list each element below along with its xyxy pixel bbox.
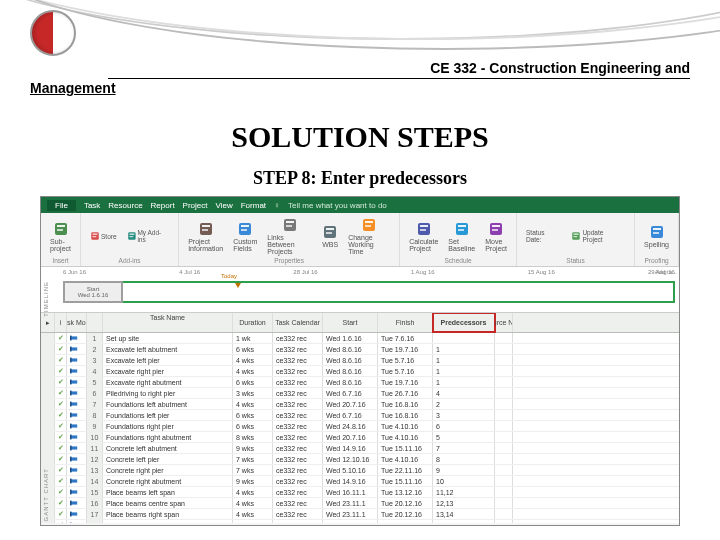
table-row[interactable]: ✔1Set up site1 wkce332 recWed 1.6.16Tue … (41, 333, 679, 344)
cell-finish[interactable]: Tue 20.12.16 (378, 509, 433, 519)
row-handle[interactable] (41, 410, 55, 420)
col-predecessors[interactable]: Predecessors (433, 313, 495, 332)
row-handle[interactable] (41, 344, 55, 354)
custom-fields-button[interactable]: CustomFields (230, 220, 260, 253)
cell-calendar[interactable]: ce332 rec (273, 443, 323, 453)
cell-duration[interactable]: 4 wks (233, 498, 273, 508)
cell-start[interactable]: Wed 8.6.16 (323, 366, 378, 376)
cell-finish[interactable]: Tue 5.7.16 (378, 366, 433, 376)
cell-predecessors[interactable]: 6 (433, 421, 495, 431)
cell-predecessors[interactable]: 8 (433, 454, 495, 464)
cell-duration[interactable]: 4 wks (233, 366, 273, 376)
task-mode-icon[interactable] (67, 432, 87, 442)
cell-finish[interactable]: Tue 20.12.16 (378, 498, 433, 508)
task-mode-icon[interactable] (67, 443, 87, 453)
row-handle[interactable] (41, 443, 55, 453)
cell-start[interactable]: Wed 1.6.16 (323, 333, 378, 343)
task-mode-icon[interactable] (67, 355, 87, 365)
cell-duration[interactable]: 3 wks (233, 388, 273, 398)
cell-finish[interactable]: Tue 4.10.16 (378, 421, 433, 431)
col-task-calendar[interactable]: Task Calendar (273, 313, 323, 332)
cell-resource[interactable] (495, 388, 513, 398)
cell-task-name[interactable]: Set up site (103, 333, 233, 343)
cell-task-name[interactable]: Excavate left abutment (103, 344, 233, 354)
cell-resource[interactable] (495, 465, 513, 475)
table-row[interactable]: ✔5Excavate right abutment6 wksce332 recW… (41, 377, 679, 388)
cell-start[interactable]: Wed 24.8.16 (323, 421, 378, 431)
cell-task-name[interactable]: Place beams centre span (103, 498, 233, 508)
cell-resource[interactable] (495, 344, 513, 354)
cell-predecessors[interactable]: 13,14 (433, 509, 495, 519)
task-mode-icon[interactable] (67, 410, 87, 420)
cell-predecessors[interactable]: 15,16,17 (433, 520, 495, 523)
cell-task-name[interactable]: Excavate left pier (103, 355, 233, 365)
table-row[interactable]: ✔11Concrete left abutment9 wksce332 recW… (41, 443, 679, 454)
cell-start[interactable]: Wed 5.10.16 (323, 465, 378, 475)
cell-calendar[interactable]: ce332 rec (273, 399, 323, 409)
cell-duration[interactable]: 9 wks (233, 476, 273, 486)
cell-task-name[interactable]: Concrete left pier (103, 454, 233, 464)
table-row[interactable]: ✔14Concrete right abutment9 wksce332 rec… (41, 476, 679, 487)
cell-predecessors[interactable]: 10 (433, 476, 495, 486)
cell-predecessors[interactable]: 1 (433, 377, 495, 387)
cell-finish[interactable]: Tue 26.7.16 (378, 388, 433, 398)
col-start[interactable]: Start (323, 313, 378, 332)
cell-duration[interactable]: 6 wks (233, 344, 273, 354)
cell-duration[interactable]: 4 wks (233, 355, 273, 365)
col-resource-names[interactable]: Resource Names (495, 313, 513, 332)
cell-finish[interactable]: Tue 4.10.16 (378, 432, 433, 442)
row-handle[interactable] (41, 454, 55, 464)
cell-duration[interactable]: 1 wk (233, 520, 273, 523)
subproject-button[interactable]: Sub-project (47, 220, 74, 253)
cell-finish[interactable]: Tue 16.8.16 (378, 399, 433, 409)
cell-task-name[interactable]: Place beams left span (103, 487, 233, 497)
cell-task-name[interactable]: Concrete right abutment (103, 476, 233, 486)
calculate-button[interactable]: CalculateProject (406, 220, 441, 253)
task-mode-icon[interactable] (67, 520, 87, 523)
cell-calendar[interactable]: ce332 rec (273, 366, 323, 376)
task-mode-icon[interactable] (67, 421, 87, 431)
cell-task-name[interactable]: Foundations right pier (103, 421, 233, 431)
task-mode-icon[interactable] (67, 498, 87, 508)
task-mode-icon[interactable] (67, 465, 87, 475)
table-row[interactable]: ✔18Clear site1 wkce332 recWed 21.12.1Tue… (41, 520, 679, 523)
cell-duration[interactable]: 4 wks (233, 399, 273, 409)
cell-calendar[interactable]: ce332 rec (273, 388, 323, 398)
row-handle[interactable] (41, 388, 55, 398)
timeline-bar[interactable]: Start Wed 1.6.16 Today (63, 281, 675, 303)
cell-task-name[interactable]: Concrete right pier (103, 465, 233, 475)
cell-duration[interactable]: 4 wks (233, 509, 273, 519)
cell-duration[interactable]: 1 wk (233, 333, 273, 343)
cell-finish[interactable]: Tue 15.11.16 (378, 476, 433, 486)
cell-calendar[interactable]: ce332 rec (273, 410, 323, 420)
cell-task-name[interactable]: Foundations left abutment (103, 399, 233, 409)
cell-task-name[interactable]: Foundations left pier (103, 410, 233, 420)
col-duration[interactable]: Duration (233, 313, 273, 332)
timeline-add-hint[interactable]: Add ta... (655, 269, 677, 275)
cell-calendar[interactable]: ce332 rec (273, 432, 323, 442)
menu-view[interactable]: View (216, 201, 233, 210)
col-task-mode[interactable]: Task Mode (67, 313, 87, 332)
cell-resource[interactable] (495, 454, 513, 464)
cell-task-name[interactable]: Excavate right abutment (103, 377, 233, 387)
cell-task-name[interactable]: Foundations right abutment (103, 432, 233, 442)
cell-resource[interactable] (495, 432, 513, 442)
change-time-button[interactable]: ChangeWorking Time (345, 216, 393, 256)
menu-format[interactable]: Format (241, 201, 266, 210)
task-mode-icon[interactable] (67, 509, 87, 519)
table-row[interactable]: ✔6Piledriving to right pier3 wksce332 re… (41, 388, 679, 399)
menu-project[interactable]: Project (183, 201, 208, 210)
timeline-start-marker[interactable]: Start Wed 1.6.16 (63, 281, 123, 303)
row-handle[interactable] (41, 366, 55, 376)
cell-resource[interactable] (495, 355, 513, 365)
cell-start[interactable]: Wed 14.9.16 (323, 443, 378, 453)
cell-predecessors[interactable]: 7 (433, 443, 495, 453)
cell-finish[interactable]: Tue 22.11.16 (378, 465, 433, 475)
cell-predecessors[interactable]: 1 (433, 355, 495, 365)
cell-predecessors[interactable]: 1 (433, 344, 495, 354)
task-mode-icon[interactable] (67, 487, 87, 497)
table-row[interactable]: ✔7Foundations left abutment4 wksce332 re… (41, 399, 679, 410)
cell-finish[interactable]: Tue 19.7.16 (378, 344, 433, 354)
task-mode-icon[interactable] (67, 388, 87, 398)
cell-predecessors[interactable]: 3 (433, 410, 495, 420)
